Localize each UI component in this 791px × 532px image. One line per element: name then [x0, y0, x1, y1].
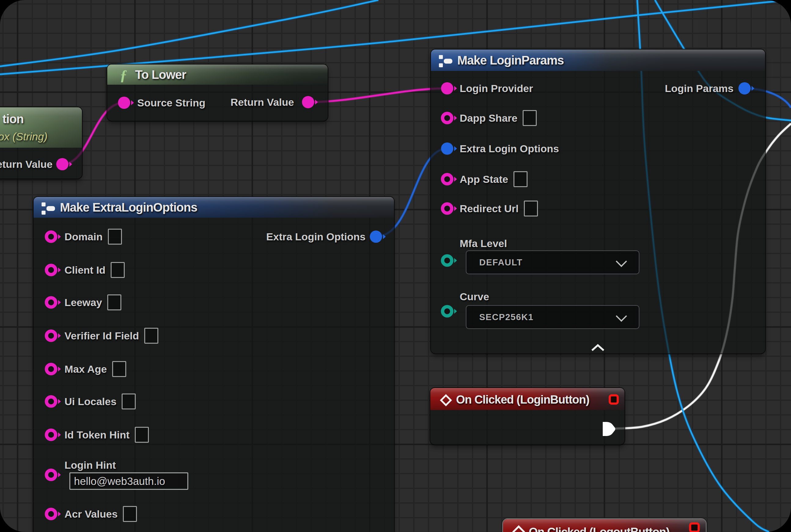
svg-text:ƒ: ƒ — [120, 67, 127, 83]
